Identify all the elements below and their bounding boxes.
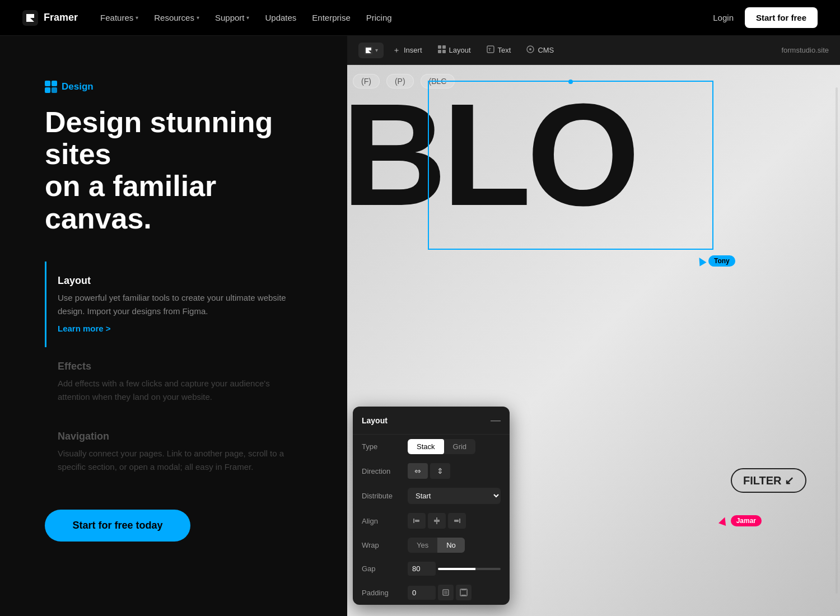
chevron-down-icon: ▾: [246, 15, 249, 21]
direction-vertical-button[interactable]: ⇕: [430, 463, 450, 479]
gap-slider[interactable]: [438, 568, 501, 570]
login-button[interactable]: Login: [713, 13, 734, 22]
feature-desc-navigation: Visually connect your pages. Link to ano…: [58, 447, 293, 474]
toolbar-logo-chevron: ▾: [375, 47, 378, 53]
wrap-label: Wrap: [362, 541, 401, 549]
align-left-button[interactable]: [408, 513, 426, 529]
svg-rect-9: [442, 50, 446, 53]
nav-features[interactable]: Features ▾: [100, 13, 138, 22]
cursor-label-tony: Tony: [708, 255, 735, 267]
hero-title: Design stunning sites on a familiar canv…: [45, 106, 314, 235]
feature-title-layout: Layout: [58, 275, 293, 287]
padding-individual-button[interactable]: [456, 585, 472, 600]
direction-controls: ⇔ ⇕: [408, 463, 501, 479]
start-free-today-button[interactable]: Start for free today: [45, 510, 190, 542]
cursor-jamar: Jamar: [720, 515, 762, 526]
toolbar-left: ▾ ＋ Insert Layout T Text: [358, 42, 561, 59]
align-right-button[interactable]: [448, 513, 466, 529]
framer-logo-icon: [22, 10, 38, 26]
svg-rect-21: [444, 591, 447, 594]
align-group: [408, 513, 466, 529]
layout-panel-title: Layout: [362, 416, 388, 425]
design-badge-icon: [45, 81, 57, 93]
toolbar-logo-button[interactable]: ▾: [358, 43, 384, 58]
nav-pricing[interactable]: Pricing: [366, 13, 392, 22]
svg-rect-14: [413, 519, 414, 523]
feature-item-layout: Layout Use powerful yet familiar tools t…: [45, 262, 314, 347]
svg-rect-23: [461, 589, 466, 590]
learn-more-link[interactable]: Learn more >: [58, 324, 111, 333]
feature-title-effects: Effects: [58, 361, 293, 372]
svg-rect-1: [45, 81, 50, 86]
feature-item-navigation: Navigation Visually connect your pages. …: [45, 417, 314, 487]
wrap-toggle-group: Yes No: [408, 538, 465, 553]
layout-panel-header: Layout —: [353, 407, 510, 435]
gap-controls: [408, 562, 501, 576]
nav-enterprise[interactable]: Enterprise: [312, 13, 350, 22]
distribute-select[interactable]: Start Center End Space Between: [408, 488, 501, 504]
cursor-arrow-tony: [696, 255, 706, 266]
padding-input[interactable]: [408, 586, 436, 600]
feature-title-navigation: Navigation: [58, 431, 293, 442]
toolbar-cms-button[interactable]: CMS: [520, 42, 561, 58]
feature-list: Layout Use powerful yet familiar tools t…: [45, 262, 314, 487]
text-icon: T: [487, 45, 494, 55]
svg-rect-18: [459, 519, 460, 523]
filter-tag: FILTER ↙: [731, 468, 806, 493]
type-label: Type: [362, 442, 401, 451]
nav-support[interactable]: Support ▾: [215, 13, 250, 22]
panel-minimize-button[interactable]: —: [491, 414, 501, 426]
svg-rect-3: [45, 87, 50, 93]
logo[interactable]: Framer: [22, 10, 78, 26]
gap-label: Gap: [362, 564, 401, 573]
type-toggle-group: Stack Grid: [408, 439, 475, 454]
editor-toolbar: ▾ ＋ Insert Layout T Text: [347, 36, 840, 65]
cms-icon: [526, 45, 534, 55]
nav-right: Login Start for free: [713, 7, 818, 28]
plus-icon: ＋: [393, 45, 400, 55]
distribute-label: Distribute: [362, 492, 401, 500]
wrap-controls: Yes No: [408, 538, 501, 553]
layout-panel: Layout — Type Stack Grid: [353, 407, 510, 605]
align-center-button[interactable]: [428, 513, 446, 529]
layout-panel-body: Type Stack Grid Direction ⇔: [353, 435, 510, 605]
svg-text:T: T: [488, 47, 491, 52]
start-free-nav-button[interactable]: Start for free: [745, 7, 818, 28]
cursor-arrow-jamar: [718, 516, 729, 526]
svg-rect-17: [434, 520, 440, 522]
panel-row-wrap: Wrap Yes No: [353, 533, 510, 557]
panel-row-padding: Padding: [353, 580, 510, 605]
panel-row-align: Align: [353, 508, 510, 533]
wrap-no-button[interactable]: No: [437, 538, 465, 553]
type-controls: Stack Grid: [408, 439, 501, 454]
padding-toggle-button[interactable]: [438, 585, 454, 600]
nav-left: Framer Features ▾ Resources ▾ Support ▾ …: [22, 10, 392, 26]
type-grid-button[interactable]: Grid: [444, 439, 476, 454]
feature-desc-layout: Use powerful yet familiar tools to creat…: [58, 291, 293, 318]
nav-links: Features ▾ Resources ▾ Support ▾ Updates…: [100, 13, 392, 22]
padding-label: Padding: [362, 589, 401, 597]
svg-rect-8: [438, 50, 441, 53]
logo-text: Framer: [44, 12, 78, 24]
align-label: Align: [362, 517, 401, 525]
panel-row-gap: Gap: [353, 557, 510, 580]
canvas-area: (F) (P) (BLC BLO Tony FILTER ↙: [347, 65, 840, 616]
toolbar-layout-button[interactable]: Layout: [431, 42, 478, 58]
gap-input[interactable]: [408, 562, 436, 576]
chevron-down-icon: ▾: [136, 15, 138, 21]
type-stack-button[interactable]: Stack: [408, 439, 444, 454]
design-badge: Design: [45, 81, 314, 93]
align-controls: [408, 513, 501, 529]
feature-item-effects: Effects Add effects with a few clicks an…: [45, 347, 314, 417]
panel-row-type: Type Stack Grid: [353, 435, 510, 459]
wrap-yes-button[interactable]: Yes: [408, 538, 437, 553]
nav-updates[interactable]: Updates: [265, 13, 296, 22]
toolbar-text-button[interactable]: T Text: [480, 42, 518, 58]
navbar: Framer Features ▾ Resources ▾ Support ▾ …: [0, 0, 840, 36]
toolbar-insert-button[interactable]: ＋ Insert: [386, 42, 429, 59]
cursor-tony: Tony: [697, 255, 735, 267]
canvas-scrollbar[interactable]: [836, 87, 838, 594]
selection-box: [428, 81, 713, 250]
nav-resources[interactable]: Resources ▾: [154, 13, 199, 22]
direction-horizontal-button[interactable]: ⇔: [408, 463, 428, 479]
